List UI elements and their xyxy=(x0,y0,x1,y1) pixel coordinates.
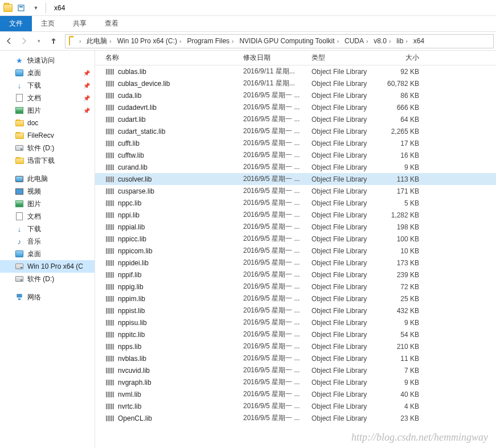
file-row[interactable]: cudart.lib2016/9/5 星期一 ...Object File Li… xyxy=(95,113,496,125)
file-row[interactable]: nvgraph.lib2016/9/5 星期一 ...Object File L… xyxy=(95,376,496,388)
breadcrumb-segment[interactable]: Win 10 Pro x64 (C:)› xyxy=(114,35,184,48)
nav-item[interactable]: 桌面 xyxy=(0,248,95,260)
file-row[interactable]: nppicc.lib2016/9/5 星期一 ...Object File Li… xyxy=(95,233,496,245)
svg-rect-145 xyxy=(108,404,109,409)
nav-item[interactable]: Win 10 Pro x64 (C xyxy=(0,260,95,273)
file-row[interactable]: nppisu.lib2016/9/5 星期一 ...Object File Li… xyxy=(95,317,496,328)
file-row[interactable]: nppial.lib2016/9/5 星期一 ...Object File Li… xyxy=(95,221,496,233)
nav-item[interactable]: 视频 xyxy=(0,185,95,198)
file-row[interactable]: nvml.lib2016/9/5 星期一 ...Object File Libr… xyxy=(95,388,496,400)
lib-file-icon xyxy=(105,104,114,111)
svg-rect-44 xyxy=(106,165,107,170)
file-row[interactable]: cudadevrt.lib2016/9/5 星期一 ...Object File… xyxy=(95,101,496,113)
col-header-type[interactable]: 类型 xyxy=(311,53,383,63)
quick-access-toolbar: ▼ xyxy=(0,2,51,14)
file-row[interactable]: cublas_device.lib2016/9/11 星期...Object F… xyxy=(95,77,496,89)
file-row[interactable]: cufft.lib2016/9/5 星期一 ...Object File Lib… xyxy=(95,137,496,149)
nav-item-label: 图片 xyxy=(27,106,41,116)
breadcrumb-segment[interactable]: lib› xyxy=(393,35,409,48)
nav-item[interactable]: 文档📌 xyxy=(0,92,95,104)
file-date: 2016/9/5 星期一 ... xyxy=(243,389,311,399)
nav-item[interactable]: 软件 (D:) xyxy=(0,142,95,154)
svg-rect-103 xyxy=(113,296,114,302)
file-size: 173 KB xyxy=(383,259,428,267)
address-bar[interactable]: › 此电脑›Win 10 Pro x64 (C:)›Program Files›… xyxy=(65,34,494,48)
file-row[interactable]: curand.lib2016/9/5 星期一 ...Object File Li… xyxy=(95,161,496,173)
file-row[interactable]: nvblas.lib2016/9/5 星期一 ...Object File Li… xyxy=(95,352,496,364)
file-size: 2,265 KB xyxy=(383,128,428,135)
nav-item[interactable]: 迅雷下载 xyxy=(0,154,95,167)
up-button[interactable] xyxy=(47,34,60,48)
pin-icon: 📌 xyxy=(83,83,90,89)
folder-icon xyxy=(65,37,73,45)
file-row[interactable]: nppc.lib2016/9/5 星期一 ...Object File Libr… xyxy=(95,197,496,209)
svg-rect-131 xyxy=(109,368,110,373)
file-type: Object File Library xyxy=(311,367,383,375)
nav-this-pc[interactable]: 此电脑 xyxy=(0,172,95,185)
tab-view[interactable]: 查看 xyxy=(96,16,128,31)
file-row[interactable]: nppig.lib2016/9/5 星期一 ...Object File Lib… xyxy=(95,281,496,293)
file-row[interactable]: cublas.lib2016/9/11 星期...Object File Lib… xyxy=(95,65,496,77)
svg-rect-139 xyxy=(106,392,107,397)
nav-item[interactable]: ♪音乐 xyxy=(0,235,95,248)
tab-file[interactable]: 文件 xyxy=(0,16,32,31)
breadcrumb-segment[interactable]: CUDA› xyxy=(341,35,370,48)
svg-rect-10 xyxy=(108,81,109,87)
svg-rect-31 xyxy=(109,129,110,134)
file-row[interactable]: nvcuvid.lib2016/9/5 星期一 ...Object File L… xyxy=(95,364,496,376)
svg-rect-92 xyxy=(111,272,112,278)
nav-item[interactable]: 文档 xyxy=(0,210,95,223)
nav-item[interactable]: FileRecv xyxy=(0,129,95,142)
breadcrumb-segment[interactable]: 此电脑› xyxy=(83,35,113,48)
star-icon: ★ xyxy=(15,56,24,65)
file-row[interactable]: cusparse.lib2016/9/5 星期一 ...Object File … xyxy=(95,185,496,197)
file-size: 9 KB xyxy=(383,379,428,387)
file-row[interactable]: nvrtc.lib2016/9/5 星期一 ...Object File Lib… xyxy=(95,400,496,412)
nav-item-label: 软件 (D:) xyxy=(27,143,54,153)
file-date: 2016/9/5 星期一 ... xyxy=(243,365,311,375)
nav-quick-access[interactable]: ★ 快速访问 xyxy=(0,54,95,67)
file-row[interactable]: cusolver.lib2016/9/5 星期一 ...Object File … xyxy=(95,173,496,185)
file-row[interactable]: nppidei.lib2016/9/5 星期一 ...Object File L… xyxy=(95,257,496,269)
file-size: 60,782 KB xyxy=(383,80,428,88)
titlebar: ▼ x64 xyxy=(0,0,496,16)
back-button[interactable] xyxy=(2,34,16,48)
file-row[interactable]: nppicom.lib2016/9/5 星期一 ...Object File L… xyxy=(95,245,496,257)
history-dropdown-icon[interactable]: ▾ xyxy=(32,34,46,48)
file-row[interactable]: cuda.lib2016/9/5 星期一 ...Object File Libr… xyxy=(95,89,496,101)
crumb-chevron[interactable]: › xyxy=(73,35,83,48)
qat-dropdown-icon[interactable]: ▼ xyxy=(30,2,42,14)
breadcrumb-segment[interactable]: NVIDIA GPU Computing Toolkit› xyxy=(236,35,341,48)
svg-rect-72 xyxy=(111,224,112,230)
tab-home[interactable]: 主页 xyxy=(32,16,64,31)
breadcrumb-segment[interactable]: Program Files› xyxy=(183,35,236,48)
file-row[interactable]: nppim.lib2016/9/5 星期一 ...Object File Lib… xyxy=(95,293,496,305)
qat-properties-icon[interactable] xyxy=(15,2,27,14)
col-header-size[interactable]: 大小 xyxy=(383,53,428,63)
forward-button[interactable] xyxy=(17,34,31,48)
nav-item[interactable]: 图片📌 xyxy=(0,104,95,117)
nav-item[interactable]: ↓下载📌 xyxy=(0,79,95,92)
svg-rect-40 xyxy=(108,153,109,158)
svg-rect-101 xyxy=(109,296,110,302)
nav-item[interactable]: ↓下载 xyxy=(0,223,95,235)
col-header-date[interactable]: 修改日期 xyxy=(243,53,311,63)
file-row[interactable]: nppitc.lib2016/9/5 星期一 ...Object File Li… xyxy=(95,328,496,340)
nav-item[interactable]: doc xyxy=(0,117,95,129)
tab-share[interactable]: 共享 xyxy=(64,16,96,31)
breadcrumb-segment[interactable]: v8.0› xyxy=(370,35,393,48)
file-row[interactable]: npps.lib2016/9/5 星期一 ...Object File Libr… xyxy=(95,340,496,352)
nav-item[interactable]: 图片 xyxy=(0,198,95,210)
svg-rect-127 xyxy=(111,356,112,361)
nav-item[interactable]: 桌面📌 xyxy=(0,67,95,79)
file-row[interactable]: nppi.lib2016/9/5 星期一 ...Object File Libr… xyxy=(95,209,496,221)
file-row[interactable]: nppif.lib2016/9/5 星期一 ...Object File Lib… xyxy=(95,269,496,281)
breadcrumb-segment[interactable]: x64 xyxy=(410,35,427,48)
file-row[interactable]: cudart_static.lib2016/9/5 星期一 ...Object … xyxy=(95,125,496,137)
file-row[interactable]: OpenCL.lib2016/9/5 星期一 ...Object File Li… xyxy=(95,412,496,424)
nav-item[interactable]: 软件 (D:) xyxy=(0,273,95,285)
file-row[interactable]: cufftw.lib2016/9/5 星期一 ...Object File Li… xyxy=(95,149,496,161)
file-row[interactable]: nppist.lib2016/9/5 星期一 ...Object File Li… xyxy=(95,305,496,317)
col-header-name[interactable]: 名称 xyxy=(95,53,243,63)
nav-network[interactable]: 网络 xyxy=(0,291,95,303)
